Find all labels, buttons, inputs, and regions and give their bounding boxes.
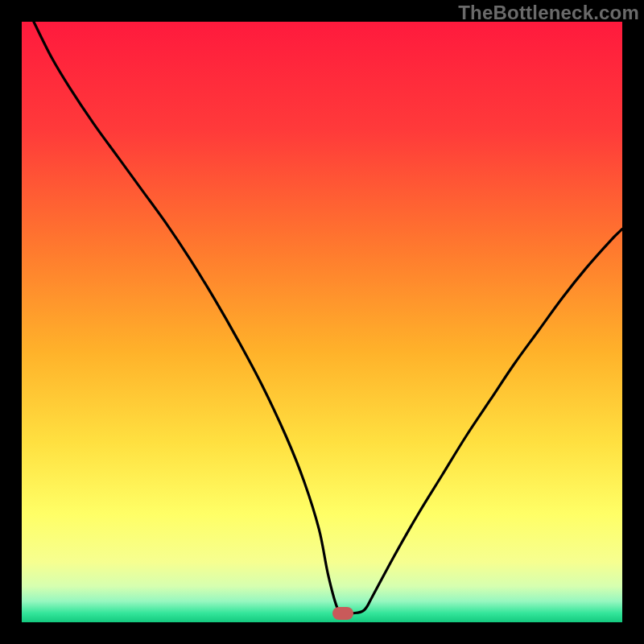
chart-frame: TheBottleneck.com — [0, 0, 644, 644]
watermark-text: TheBottleneck.com — [458, 2, 639, 24]
bottleneck-curve — [22, 22, 622, 622]
plot-area — [22, 22, 622, 622]
optimum-marker — [332, 607, 353, 620]
